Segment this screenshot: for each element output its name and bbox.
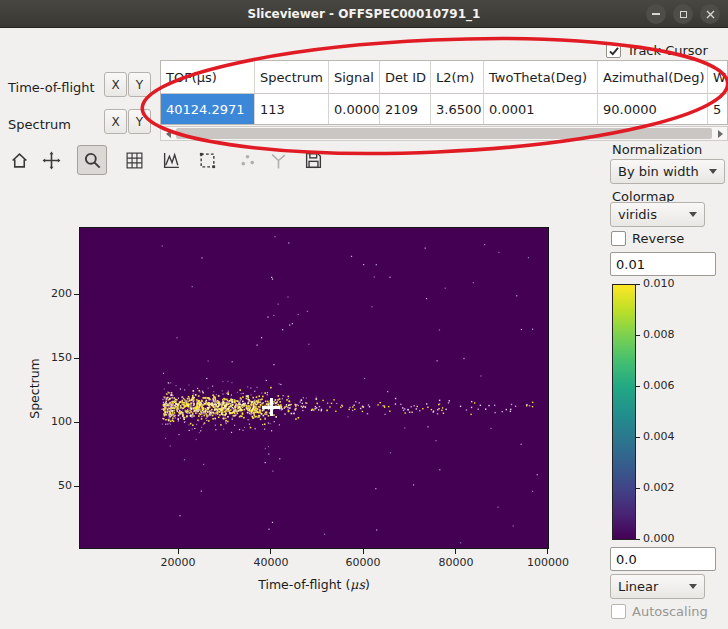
colorbar-tick-label: 0.002 (643, 481, 675, 494)
colorbar-tickmark (636, 539, 640, 540)
y-tickmark (74, 422, 79, 423)
spectrum-x-button[interactable]: X (104, 109, 127, 134)
scroll-right-button[interactable] (713, 127, 727, 140)
scrollbar-handle[interactable] (176, 128, 712, 139)
colorbar-tickmark (636, 437, 640, 438)
table-header-twotheta: TwoTheta(Deg) (484, 61, 598, 94)
colorbar-max-input[interactable] (610, 252, 716, 276)
dimension-label-time-of-flight: Time-of-flight (8, 80, 95, 95)
grid-button[interactable] (119, 145, 149, 175)
x-axis-label-unit: μs (350, 577, 365, 592)
table-header-tof: TOF(µs) (161, 61, 255, 94)
y-tick-label: 200 (36, 287, 72, 300)
colorbar-tickmark (636, 335, 640, 336)
table-scrollbar[interactable] (160, 126, 728, 141)
x-tick-label: 40000 (239, 556, 303, 569)
line-plots-icon (162, 151, 181, 170)
x-tick-label: 60000 (331, 556, 395, 569)
normalization-dropdown[interactable]: By bin width (610, 159, 725, 184)
zoom-button[interactable] (77, 145, 107, 175)
chevron-down-icon (689, 212, 697, 217)
line-plots-button[interactable] (156, 145, 186, 175)
plot-toolbar (0, 144, 340, 178)
zoom-icon (83, 151, 102, 170)
table-value-row: 40124.2971 113 0.0000 2109 3.6500 0.0001… (161, 94, 728, 124)
pan-icon (42, 151, 61, 170)
scale-dropdown[interactable]: Linear (610, 574, 705, 599)
home-button[interactable] (4, 145, 34, 175)
chevron-down-icon (689, 584, 697, 589)
normalization-label: Normalization (612, 142, 702, 157)
pan-button[interactable] (36, 145, 66, 175)
x-axis-label: Time-of-flight (μs) (194, 577, 434, 592)
window-controls (646, 4, 720, 24)
reverse-checkbox[interactable]: Reverse (611, 231, 684, 246)
colormap-value: viridis (618, 207, 657, 222)
window-title: Sliceviewer - OFFSPEC00010791_1 (248, 7, 481, 21)
colorbar-min-input[interactable] (610, 547, 716, 571)
track-cursor-checkbox[interactable]: Track Cursor (606, 43, 708, 58)
minimize-button[interactable] (646, 4, 666, 24)
checkbox-unchecked-icon (611, 231, 626, 246)
y-tickmark (74, 358, 79, 359)
x-tick-label: 80000 (424, 556, 488, 569)
x-tickmark (178, 549, 179, 554)
region-selection-button[interactable] (192, 145, 222, 175)
table-header-detid: Det ID (380, 61, 431, 94)
x-tickmark (455, 549, 456, 554)
peaks-overlay-icon (238, 151, 257, 170)
table-cell-twotheta[interactable]: 0.0001 (484, 94, 598, 124)
x-tick-label: 20000 (146, 556, 210, 569)
tof-x-button[interactable]: X (104, 72, 127, 97)
maximize-button[interactable] (673, 4, 693, 24)
table-header-row: TOF(µs) Spectrum Signal Det ID L2(m) Two… (161, 61, 728, 94)
y-tickmark (74, 294, 79, 295)
y-tick-label: 50 (36, 479, 72, 492)
autoscaling-label: Autoscaling (632, 604, 708, 619)
peaks-overlay-button[interactable] (232, 145, 262, 175)
table-header-l2: L2(m) (431, 61, 484, 94)
table-cell-signal[interactable]: 0.0000 (329, 94, 380, 124)
y-tickmark (74, 486, 79, 487)
dimension-label-spectrum: Spectrum (8, 117, 71, 132)
table-cell-detid[interactable]: 2109 (380, 94, 431, 124)
scroll-left-button[interactable] (161, 127, 175, 140)
x-tickmark (363, 549, 364, 554)
cursor-info-table: TOF(µs) Spectrum Signal Det ID L2(m) Two… (160, 60, 728, 125)
nonorthogonal-view-icon (269, 151, 288, 170)
plot-area[interactable] (79, 227, 549, 549)
track-cursor-label: Track Cursor (627, 43, 708, 58)
table-cell-azimuthal[interactable]: 90.0000 (598, 94, 708, 124)
colorbar-tick-label: 0.006 (643, 379, 675, 392)
checkbox-unchecked-icon (611, 604, 626, 619)
tof-y-button[interactable]: Y (128, 72, 151, 97)
autoscaling-checkbox[interactable]: Autoscaling (611, 604, 708, 619)
x-tickmark (547, 549, 548, 554)
close-button[interactable] (700, 4, 720, 24)
table-header-spectrum: Spectrum (255, 61, 329, 94)
chevron-down-icon (709, 169, 717, 174)
x-tick-label: 100000 (516, 556, 580, 569)
x-tickmark (270, 549, 271, 554)
reverse-label: Reverse (632, 231, 684, 246)
table-cell-spectrum[interactable]: 113 (255, 94, 329, 124)
home-icon (10, 151, 29, 170)
table-header-azimuthal: Azimuthal(Deg) (598, 61, 708, 94)
nonorthogonal-view-button[interactable] (263, 145, 293, 175)
normalization-value: By bin width (618, 164, 699, 179)
table-header-signal: Signal (329, 61, 380, 94)
minimize-icon (652, 13, 660, 15)
plot-canvas[interactable] (80, 228, 548, 548)
save-button[interactable] (298, 145, 328, 175)
table-cell-wavelength[interactable]: 5 (708, 94, 728, 124)
spectrum-y-button[interactable]: Y (128, 109, 151, 134)
titlebar: Sliceviewer - OFFSPEC00010791_1 (0, 0, 728, 28)
x-axis-label-suffix: ) (365, 577, 370, 592)
colorbar-tickmark (636, 488, 640, 489)
colorbar (612, 284, 636, 540)
table-cell-l2[interactable]: 3.6500 (431, 94, 484, 124)
maximize-icon (680, 11, 687, 18)
table-header-wavelength: W (708, 61, 728, 94)
colormap-dropdown[interactable]: viridis (610, 202, 705, 227)
table-cell-tof[interactable]: 40124.2971 (161, 94, 255, 124)
